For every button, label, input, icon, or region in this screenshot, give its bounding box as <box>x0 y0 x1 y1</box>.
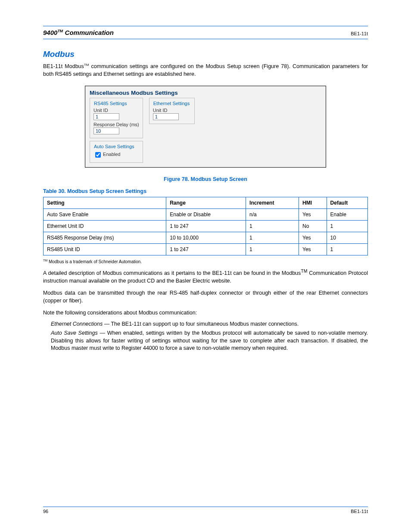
table-row: Auto Save Enable Enable or Disable n/a Y… <box>44 209 368 221</box>
note-item: A detailed description of Modbus communi… <box>43 268 368 285</box>
note-item: Modbus data can be transmitted through t… <box>43 289 368 305</box>
col-setting: Setting <box>44 197 166 209</box>
page-header: 9400TM Communication BE1-11t <box>43 29 368 36</box>
table-row: RS485 Response Delay (ms) 10 to 10,000 1… <box>44 232 368 244</box>
page-footer: 96 BE1-11t <box>43 507 368 514</box>
figure-title: Miscellaneous Modbus Settings <box>90 90 321 96</box>
chapter-label: 9400 <box>43 29 57 36</box>
settings-table: Setting Range Increment HMI Default Auto… <box>43 197 368 255</box>
tm-sup: TM <box>57 29 63 33</box>
intro-paragraph: BE1-11t ModbusTM communication settings … <box>43 62 368 78</box>
figure-modbus-setup: Miscellaneous Modbus Settings RS485 Sett… <box>85 86 326 168</box>
table-row: Ethernet Unit ID 1 to 247 1 No 1 <box>44 221 368 232</box>
ethernet-settings-group: Ethernet Settings Unit ID 1 <box>149 98 195 124</box>
footer-page: 96 <box>43 509 48 514</box>
autosave-group: Auto Save Settings Enabled <box>90 141 143 163</box>
figure-caption: Figure 78. Modbus Setup Screen <box>43 176 368 182</box>
autosave-label: Enabled <box>103 152 120 157</box>
col-increment: Increment <box>246 197 299 209</box>
eth-unitid-input[interactable]: 1 <box>153 113 179 120</box>
rs485-legend: RS485 Settings <box>93 101 128 106</box>
table-header-row: Setting Range Increment HMI Default <box>44 197 368 209</box>
note-subitem: Ethernet Connections — The BE1-11t can s… <box>51 320 368 328</box>
table-row: RS485 Unit ID 1 to 247 1 Yes 1 <box>44 244 368 255</box>
notes-sublist: Ethernet Connections — The BE1-11t can s… <box>51 320 368 352</box>
chapter-title: Communication <box>65 29 114 36</box>
notes-list: A detailed description of Modbus communi… <box>43 268 368 352</box>
heading-modbus: Modbus <box>43 50 368 59</box>
rs485-unitid-label: Unit ID <box>93 108 139 113</box>
note-subitem: Auto Save Settings — When enabled, setti… <box>51 330 368 352</box>
autosave-checkbox[interactable] <box>95 152 101 158</box>
footer-right: BE1-11t <box>351 509 368 514</box>
note-item: Note the following considerations about … <box>43 309 368 352</box>
header-left: 9400TM Communication <box>43 29 114 36</box>
table-caption: Table 30. Modbus Setup Screen Settings <box>43 188 368 194</box>
rs485-settings-group: RS485 Settings Unit ID 1 Response Delay … <box>90 98 143 138</box>
eth-legend: Ethernet Settings <box>152 101 191 106</box>
col-default: Default <box>327 197 367 209</box>
rs485-respdelay-label: Response Delay (ms) <box>93 122 139 127</box>
trademark-note: TM Modbus is a trademark of Schneider Au… <box>43 259 368 264</box>
eth-unitid-label: Unit ID <box>153 108 191 113</box>
autosave-legend: Auto Save Settings <box>93 144 136 149</box>
rs485-unitid-input[interactable]: 1 <box>93 113 119 120</box>
rs485-respdelay-input[interactable]: 10 <box>93 128 119 134</box>
col-range: Range <box>166 197 246 209</box>
header-right: BE1-11t <box>351 31 368 36</box>
col-hmi: HMI <box>299 197 327 209</box>
